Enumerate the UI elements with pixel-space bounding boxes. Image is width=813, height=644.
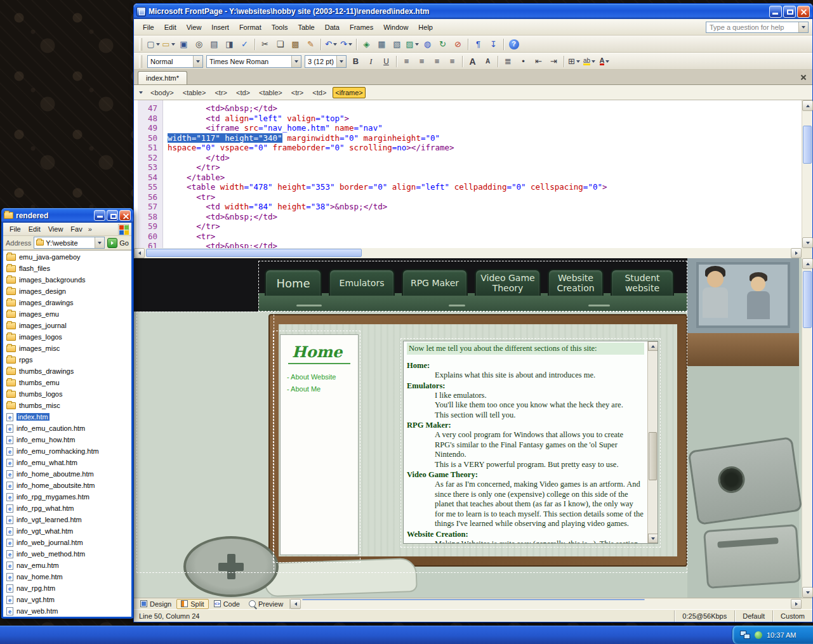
scroll-down-icon[interactable] [648,534,658,543]
scroll-left-icon[interactable] [134,248,145,258]
list-item[interactable]: nav_emu.htm [3,560,131,571]
design-vertical-scrollbar[interactable] [802,258,812,598]
decrease-font-button[interactable]: A [480,55,495,69]
status-orb-icon[interactable] [755,631,762,639]
insert-layer-button[interactable]: ▧ [390,37,404,51]
insert-table-button[interactable]: ▦ [374,37,389,51]
list-item[interactable]: flash_files [3,263,131,274]
site-iframe-nav-panel[interactable]: Home - About Website - About Me [280,334,359,555]
highlight-button[interactable]: ab [582,55,597,69]
code-line[interactable]: 50width="117" height="340" marginwidth="… [138,133,802,143]
indent-button[interactable]: ⇥ [546,55,561,69]
quick-tag-chip[interactable]: <body> [148,87,176,98]
explorer-titlebar[interactable]: rendered [1,208,133,223]
preview-browser-button[interactable]: ↧ [486,37,501,51]
list-item[interactable]: images_journal [3,320,131,331]
site-nav-tab[interactable]: Emulators [329,269,395,296]
list-item[interactable]: nav_web.htm [3,605,131,617]
menu-overflow-chevron[interactable]: » [87,225,93,233]
tag-selector-arrow-icon[interactable] [139,91,143,94]
code-line[interactable]: 59 </tr> [138,221,802,232]
list-item[interactable]: info_rpg_mygames.htm [3,491,131,503]
design-view[interactable]: Home Emulators RPG Maker Video Game Theo… [134,258,802,598]
redo-button[interactable]: ↷ [339,37,354,51]
italic-button[interactable]: I [364,55,378,69]
menu-item[interactable]: Insert [206,20,234,34]
list-item[interactable]: nav_home.htm [3,571,131,582]
list-item[interactable]: images_backgrounds [3,274,131,286]
menu-item[interactable]: Window [378,20,413,34]
style-combo[interactable]: Normal [147,55,203,68]
tab-preview-view[interactable]: Preview [245,599,287,609]
list-item[interactable]: images_design [3,286,131,297]
frontpage-titlebar[interactable]: Microsoft FrontPage - Y:\websites\hobby … [134,4,812,19]
list-item[interactable]: thumbs_emu [3,377,131,388]
hyperlink-button[interactable]: ◍ [420,37,435,51]
site-nav-tab[interactable]: RPG Maker [402,269,468,296]
code-line[interactable]: 48 <td align="left" valign="top"> [138,114,802,124]
menu-item[interactable]: Help [413,20,438,34]
minimize-button[interactable] [769,6,782,18]
spelling-button[interactable]: ✓ [237,37,252,51]
site-content-panel[interactable]: Now let me tell you about the different … [403,341,658,544]
bullets-button[interactable]: • [516,55,531,69]
help-button[interactable]: ? [506,38,521,50]
justify-button[interactable]: ≡ [445,55,459,69]
file-list[interactable]: emu_java-gameboy flash_files images_back… [3,250,131,617]
scrollbar-thumb[interactable] [803,126,812,164]
font-combo[interactable]: Times New Roman [206,55,301,68]
underline-button[interactable]: U [379,55,393,69]
scroll-down-icon[interactable] [802,587,813,598]
code-horizontal-scrollbar[interactable] [134,248,812,258]
toolbar-grip[interactable] [139,38,142,51]
paste-button[interactable]: ▩ [288,37,303,51]
format-painter-button[interactable]: ✎ [303,37,318,51]
maximize-button[interactable] [107,210,118,221]
code-line[interactable]: 58 <td>&nbsp;</td> [138,212,802,222]
chevron-down-icon[interactable] [336,56,346,67]
help-question-box[interactable]: Type a question for help [706,22,809,33]
menu-item[interactable]: Frames [345,20,378,34]
quick-tag-chip[interactable]: <td> [234,87,253,98]
toolbar-grip[interactable] [139,55,142,68]
list-item[interactable]: images_emu [3,308,131,320]
web-component-button[interactable]: ◈ [359,37,374,51]
code-line[interactable]: 47 <td>&nbsp;</td> [138,103,802,114]
scroll-right-icon[interactable] [791,248,802,258]
menu-item[interactable]: Table [293,20,319,34]
list-item[interactable]: info_vgt_what.htm [3,525,131,537]
address-input[interactable]: Y:\website [34,237,105,249]
site-nav-tab[interactable]: Home [265,269,322,296]
code-line[interactable]: 52 </td> [138,153,802,163]
go-button[interactable]: Go [107,238,129,248]
code-editor[interactable]: 47 <td>&nbsp;</td> 48 <td align="left" v… [138,103,802,248]
scrollbar-thumb[interactable] [302,599,645,600]
outdent-button[interactable]: ⇤ [531,55,546,69]
code-line[interactable]: 54 </table> [138,173,802,183]
close-document-icon[interactable] [799,73,809,82]
quick-tag-chip[interactable]: <tr> [289,87,307,98]
list-item[interactable]: info_home_aboutme.htm [3,468,131,480]
list-item[interactable]: thumbs_misc [3,400,131,411]
code-line[interactable]: 49 <iframe src="nav_home.htm" name="nav" [138,123,802,133]
list-item[interactable]: thumbs_logos [3,388,131,400]
menu-item[interactable]: View [182,20,207,34]
menu-item[interactable]: Tools [267,20,293,34]
list-item[interactable]: emu_java-gameboy [3,251,131,263]
site-nav-link[interactable]: - About Website [287,373,358,381]
list-item[interactable]: info_emu_what.htm [3,457,131,468]
tab-code-view[interactable]: <>Code [210,599,244,609]
code-line[interactable]: 53 </tr> [138,162,802,173]
taskbar-clock[interactable]: 10:37 AM [767,631,796,639]
site-nav-tab[interactable]: Website Creation [548,269,604,296]
restore-button[interactable] [783,6,796,18]
save-button[interactable]: ▣ [176,37,191,51]
new-page-button[interactable]: ▢ [146,37,161,51]
font-color-button[interactable]: A [597,55,612,69]
code-line[interactable]: 56 <tr> [138,192,802,202]
menu-item[interactable]: Fav [67,223,86,235]
list-item[interactable]: info_web_journal.htm [3,537,131,548]
list-item[interactable]: nav_vgt.htm [3,594,131,605]
list-item[interactable]: images_misc [3,343,131,354]
menu-item[interactable]: Data [320,20,345,34]
